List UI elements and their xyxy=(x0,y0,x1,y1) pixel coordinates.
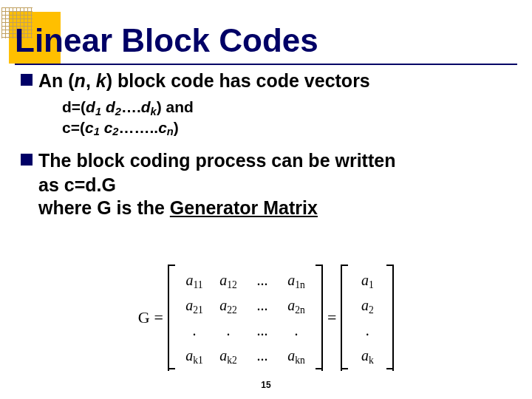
eq-sign-2: = xyxy=(327,308,336,327)
m44: akn xyxy=(286,347,307,364)
matrix-rowvec: a1 a2 . ak xyxy=(352,265,382,371)
eq-sign: = xyxy=(154,308,163,327)
m43: ... xyxy=(252,347,273,364)
sub-d: d=(d1 d2….dk) and xyxy=(62,97,510,117)
bullet-2: The block coding process can be written xyxy=(21,149,510,172)
b2-line3: where G is the Generator Matrix xyxy=(38,197,510,219)
bullet-square-icon xyxy=(21,74,33,86)
matrix-full: a11 a12 ... a1n a21 a22 ... a2n . . ... … xyxy=(180,265,311,371)
bracket-right-icon xyxy=(316,265,323,371)
bracket-right-icon xyxy=(386,265,394,371)
sub-c: c=(c1 c2……..cn) xyxy=(62,117,510,137)
content: An (n, k) block code has code vectors d=… xyxy=(21,69,510,220)
bullet-square-icon xyxy=(21,154,33,166)
matrix-equation: G = a11 a12 ... a1n a21 a22 ... a2n . . … xyxy=(0,265,532,371)
slide: Linear Block Codes An (n, k) block code … xyxy=(0,0,532,399)
m21: a21 xyxy=(184,297,205,314)
page-number: 15 xyxy=(0,380,532,390)
v2: a2 xyxy=(357,297,378,314)
title-underline xyxy=(15,64,517,65)
v1: a1 xyxy=(357,272,378,289)
m42: ak2 xyxy=(218,347,239,364)
m41: ak1 xyxy=(184,347,205,364)
bracket-left-icon xyxy=(341,265,348,371)
m34: . xyxy=(286,322,307,339)
bracket-left-icon xyxy=(168,265,175,371)
matrix-G: G xyxy=(138,308,150,327)
bullet-2-text: The block coding process can be written xyxy=(38,149,395,172)
bullet-1: An (n, k) block code has code vectors xyxy=(21,69,510,92)
m23: ... xyxy=(252,297,273,314)
b2-line2: as c=d.G xyxy=(38,174,510,197)
m12: a12 xyxy=(218,272,239,289)
m32: . xyxy=(218,322,239,339)
slide-title: Linear Block Codes xyxy=(15,22,318,59)
v3: . xyxy=(357,322,378,339)
m31: . xyxy=(184,322,205,339)
m33: ... xyxy=(252,322,273,339)
v4: ak xyxy=(357,347,378,364)
bullet-1-text: An (n, k) block code has code vectors xyxy=(38,69,510,92)
m24: a2n xyxy=(286,297,307,314)
b2-line1: The block coding process can be written xyxy=(38,149,395,172)
generator-matrix-label: Generator Matrix xyxy=(170,197,318,218)
m22: a22 xyxy=(218,297,239,314)
m11: a11 xyxy=(184,272,205,289)
m13: ... xyxy=(252,272,273,289)
m14: a1n xyxy=(286,272,307,289)
